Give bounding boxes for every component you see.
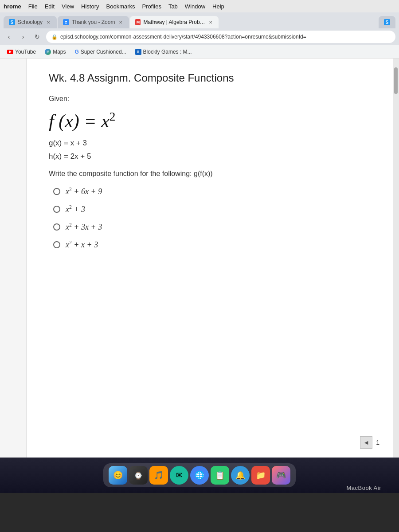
dock-icon-2[interactable]: ⌚ — [129, 466, 148, 485]
back-button[interactable]: ‹ — [4, 31, 14, 42]
radio-a[interactable] — [53, 188, 60, 195]
option-b-text: x2 + 3 — [66, 204, 85, 214]
option-a-text: x2 + 6x + 9 — [66, 187, 102, 196]
option-a[interactable]: x2 + 6x + 9 — [53, 187, 371, 196]
blockly-icon: B — [135, 49, 141, 55]
tab-schoology[interactable]: S Schoology ✕ — [4, 16, 57, 28]
tab-schoology-close[interactable]: ✕ — [45, 19, 51, 25]
tab-extra[interactable]: S — [379, 16, 395, 28]
menu-edit[interactable]: Edit — [45, 3, 55, 10]
bookmark-blockly[interactable]: B Blockly Games : M... — [132, 47, 196, 56]
zoom-icon: Z — [63, 19, 69, 25]
page-content: Wk. 4.8 Assignm. Composite Functions Giv… — [27, 59, 393, 458]
menu-history[interactable]: History — [81, 3, 99, 10]
content-area: Wk. 4.8 Assignm. Composite Functions Giv… — [0, 59, 399, 458]
bookmark-maps-label: Maps — [53, 49, 66, 55]
tab-mathway-close[interactable]: ✕ — [208, 19, 213, 25]
dock-icon-7[interactable]: 🔔 — [231, 466, 250, 485]
address-bar[interactable]: 🔒 episd.schoology.com/common-assessment-… — [46, 31, 395, 43]
youtube-icon — [7, 50, 13, 54]
bookmark-blockly-label: Blockly Games : M... — [143, 49, 192, 55]
f-equation: f (x) = x2 — [49, 110, 371, 132]
dock-area: 😊 ⌚ 🎵 ✉ 🌐 📋 🔔 📁 🎮 MacBook Air — [0, 458, 399, 493]
given-label: Given: — [49, 95, 371, 103]
dock-icon-4[interactable]: ✉ — [170, 466, 188, 485]
nav-back-arrow[interactable]: ◄ — [360, 436, 372, 449]
youtube-play-triangle — [9, 51, 12, 53]
tab-mathway[interactable]: M Mathway | Algebra Problem So ✕ — [130, 16, 219, 28]
option-b[interactable]: x2 + 3 — [53, 204, 371, 214]
option-d[interactable]: x2 + x + 3 — [53, 240, 371, 250]
option-c-text: x2 + 3x + 3 — [66, 222, 102, 232]
url-text: episd.schoology.com/common-assessment-de… — [60, 34, 306, 40]
menu-file[interactable]: File — [28, 3, 38, 10]
dock-chrome-icon[interactable]: 🌐 — [190, 466, 209, 485]
bookmark-maps[interactable]: M Maps — [41, 47, 69, 56]
extra-s-icon: S — [384, 19, 390, 25]
dock-icon-3[interactable]: 🎵 — [149, 466, 168, 485]
dock-icon-9[interactable]: 🎮 — [272, 466, 290, 485]
radio-b[interactable] — [53, 206, 60, 213]
forward-button[interactable]: › — [18, 31, 28, 42]
macbook-label: MacBook Air — [347, 485, 381, 491]
menu-profiles[interactable]: Profiles — [142, 3, 161, 10]
menu-tab[interactable]: Tab — [168, 3, 178, 10]
left-sidebar — [0, 59, 27, 458]
radio-c[interactable] — [53, 223, 60, 231]
h-equation: h(x) = 2x + 5 — [49, 152, 371, 161]
bookmark-youtube-label: YouTube — [15, 49, 36, 55]
option-d-text: x2 + x + 3 — [66, 240, 98, 250]
menu-help[interactable]: Help — [212, 3, 224, 10]
schoology-icon: S — [9, 19, 15, 25]
tab-zoom[interactable]: Z Thank you - Zoom ✕ — [58, 16, 129, 28]
scrollbar-area[interactable] — [393, 59, 399, 458]
g-equation: g(x) = x + 3 — [49, 139, 371, 148]
dock-finder-icon[interactable]: 😊 — [109, 466, 127, 485]
tab-bar: S Schoology ✕ Z Thank you - Zoom ✕ M Mat… — [0, 12, 399, 28]
bookmarks-bar: YouTube M Maps G Super Cushioned... B Bl… — [0, 45, 399, 59]
tab-schoology-label: Schoology — [18, 19, 43, 25]
bookmark-super-cushioned[interactable]: G Super Cushioned... — [71, 47, 130, 56]
tab-zoom-label: Thank you - Zoom — [72, 19, 115, 25]
nav-arrow-area: ◄ 1 — [360, 436, 379, 449]
lock-icon: 🔒 — [51, 34, 58, 40]
page-number: 1 — [376, 439, 379, 446]
google-icon: G — [75, 49, 79, 55]
address-bar-row: ‹ › ↻ 🔒 episd.schoology.com/common-asses… — [0, 28, 399, 45]
bookmark-super-cushioned-label: Super Cushioned... — [81, 49, 126, 55]
page-title: Wk. 4.8 Assignm. Composite Functions — [49, 72, 371, 84]
answer-options: x2 + 6x + 9 x2 + 3 x2 + 3x + 3 — [53, 187, 371, 250]
reload-button[interactable]: ↻ — [32, 31, 43, 42]
option-c[interactable]: x2 + 3x + 3 — [53, 222, 371, 232]
menu-window[interactable]: Window — [185, 3, 205, 10]
question-text: Write the composite function for the fol… — [49, 170, 371, 178]
menu-bookmarks[interactable]: Bookmarks — [106, 3, 135, 10]
tab-zoom-close[interactable]: ✕ — [117, 19, 124, 25]
app-name[interactable]: hrome — [4, 3, 21, 10]
scrollbar-thumb[interactable] — [394, 67, 398, 94]
radio-d[interactable] — [53, 241, 60, 248]
dock-icon-8[interactable]: 📁 — [251, 466, 270, 485]
dock-icon-6[interactable]: 📋 — [211, 466, 229, 485]
bookmark-youtube[interactable]: YouTube — [4, 47, 39, 56]
mathway-icon: M — [135, 19, 141, 25]
menu-bar: hrome File Edit View History Bookmarks P… — [0, 0, 399, 12]
dock-bar: 😊 ⌚ 🎵 ✉ 🌐 📋 🔔 📁 🎮 — [103, 463, 296, 487]
tab-mathway-label: Mathway | Algebra Problem So — [143, 19, 205, 25]
menu-view[interactable]: View — [62, 3, 74, 10]
maps-icon: M — [45, 49, 51, 55]
